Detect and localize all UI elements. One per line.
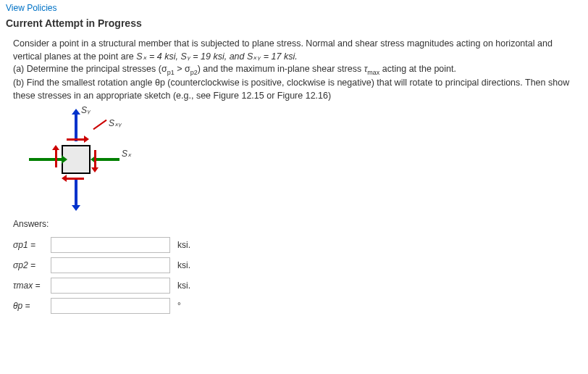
problem-values: Sₓ = 4 ksi, Sᵧ = 19 ksi, and Sₓᵧ = 17 ks…: [136, 51, 297, 62]
sy-arrow-up: [75, 112, 77, 141]
sy-arrowhead-down: [72, 205, 80, 211]
label-sy: Sᵧ: [81, 105, 90, 115]
sx-arrow-right: [94, 158, 119, 161]
answer-row-theta-p: θp = °: [0, 296, 588, 316]
problem-part-b: (b) Find the smallest rotation angle θp …: [13, 78, 569, 101]
shear-right-arrowhead: [91, 167, 98, 173]
answer-label-sigma-p2: σp2 =: [13, 260, 51, 270]
answer-row-sigma-p2: σp2 = ksi.: [0, 255, 588, 275]
label-sxy: Sₓᵧ: [109, 118, 121, 128]
sx-arrowhead-left: [62, 155, 67, 164]
shear-left: [55, 150, 57, 167]
shear-bottom-arrowhead: [62, 175, 67, 182]
answer-input-sigma-p1[interactable]: [51, 237, 170, 253]
problem-part-a: (a) Determine the principal stresses (σp…: [13, 64, 456, 74]
answer-unit-theta-p: °: [177, 301, 181, 311]
shear-pointer-line: [93, 120, 106, 130]
shear-right: [94, 150, 96, 167]
label-sx: Sₓ: [122, 149, 131, 159]
answers-heading: Answers:: [0, 217, 588, 235]
answer-input-tau-max[interactable]: [51, 278, 170, 294]
answer-unit-sigma-p2: ksi.: [177, 260, 190, 270]
answer-row-sigma-p1: σp1 = ksi.: [0, 235, 588, 255]
shear-top: [67, 138, 84, 141]
sy-arrow-down: [75, 178, 77, 207]
answer-input-theta-p[interactable]: [51, 298, 170, 314]
view-policies-link[interactable]: View Policies: [0, 0, 588, 16]
answer-label-tau-max: τmax =: [13, 280, 51, 291]
answer-row-tau-max: τmax = ksi.: [0, 275, 588, 296]
answer-input-sigma-p2[interactable]: [51, 257, 170, 273]
attempt-title: Current Attempt in Progress: [0, 16, 588, 35]
sy-arrowhead-up: [72, 109, 80, 115]
shear-top-arrowhead: [84, 136, 89, 143]
stress-element-diagram: Sᵧ Sₓᵧ Sₓ: [0, 105, 588, 217]
answer-unit-tau-max: ksi.: [177, 280, 190, 291]
answer-label-sigma-p1: σp1 =: [13, 240, 51, 250]
shear-bottom: [67, 178, 84, 180]
answer-label-theta-p: θp =: [13, 301, 51, 311]
shear-left-arrowhead: [52, 145, 59, 150]
problem-statement: Consider a point in a structural member …: [0, 35, 588, 105]
answer-unit-sigma-p1: ksi.: [177, 240, 190, 250]
